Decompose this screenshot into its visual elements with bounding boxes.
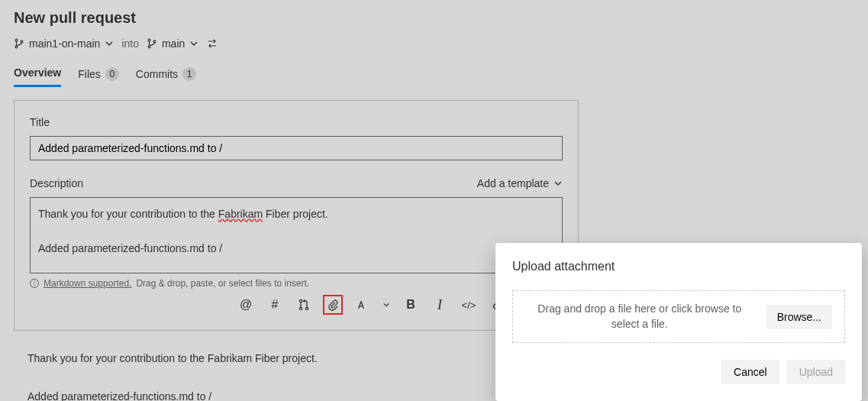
branch-icon (147, 38, 157, 49)
upload-modal: Upload attachment Drag and drop a file h… (495, 243, 862, 401)
svg-point-7 (299, 307, 302, 309)
svg-point-3 (148, 39, 150, 41)
md-toolbar: @ # B I </> (30, 295, 563, 315)
hash-button[interactable]: # (265, 295, 285, 315)
paperclip-icon (328, 299, 339, 311)
target-branch-name: main (162, 37, 185, 50)
preview-line2: Added parameterized-functions.md to / (27, 387, 565, 401)
branch-row: main1-on-main into main (14, 37, 854, 50)
tab-overview-label: Overview (14, 66, 61, 79)
title-input[interactable] (30, 136, 563, 160)
modal-title: Upload attachment (512, 260, 845, 273)
svg-point-8 (305, 307, 308, 309)
format-menu-button[interactable] (381, 295, 392, 315)
source-branch-selector[interactable]: main1-on-main (14, 37, 114, 50)
preview-line1: Thank you for your contribution to the F… (27, 349, 565, 368)
dropzone[interactable]: Drag and drop a file here or click brows… (512, 290, 845, 343)
title-label: Title (30, 116, 563, 128)
pr-icon (298, 299, 310, 311)
mention-button[interactable]: @ (236, 295, 256, 315)
tab-overview[interactable]: Overview (14, 63, 61, 87)
browse-button[interactable]: Browse... (766, 305, 832, 329)
description-line1-pre: Thank you for your contribution to the (38, 208, 218, 220)
code-button[interactable]: </> (459, 295, 479, 315)
branch-icon (14, 38, 24, 49)
chevron-down-icon (382, 301, 390, 309)
tab-commits-count: 1 (182, 67, 196, 81)
page-title: New pull request (14, 9, 854, 27)
modal-actions: Cancel Upload (512, 360, 845, 384)
description-line1-wavy: Fabrikam (218, 208, 263, 220)
add-template-button[interactable]: Add a template (477, 177, 563, 189)
svg-point-2 (21, 40, 23, 43)
pr-link-button[interactable] (294, 295, 314, 315)
swap-branches-button[interactable] (206, 37, 218, 50)
description-label: Description (30, 177, 83, 189)
chevron-down-icon (553, 179, 563, 188)
tab-commits-label: Commits (136, 68, 178, 80)
tab-files[interactable]: Files 0 (78, 63, 119, 87)
cancel-button[interactable]: Cancel (721, 360, 779, 384)
format-button[interactable] (352, 295, 372, 315)
helper-text: Drag & drop, paste, or select files to i… (136, 278, 309, 289)
source-branch-name: main1-on-main (29, 37, 100, 50)
svg-point-0 (15, 39, 18, 41)
pr-form-card: Title Description Add a template Thank y… (14, 100, 579, 331)
bold-button[interactable]: B (401, 295, 421, 315)
into-label: into (121, 37, 139, 50)
svg-point-5 (153, 40, 156, 43)
italic-button[interactable]: I (430, 295, 450, 315)
target-branch-selector[interactable]: main (147, 37, 198, 50)
preview: Thank you for your contribution to the F… (14, 331, 579, 401)
svg-point-4 (148, 46, 150, 48)
info-icon: i (30, 279, 39, 288)
tab-files-count: 0 (105, 67, 119, 81)
helper-row: i Markdown supported. Drag & drop, paste… (30, 278, 563, 289)
dropzone-text: Drag and drop a file here or click brows… (525, 302, 754, 331)
svg-point-1 (15, 46, 18, 48)
upload-button[interactable]: Upload (787, 360, 845, 384)
description-line1-post: Fiber project. (263, 208, 328, 220)
markdown-link[interactable]: Markdown supported. (44, 278, 131, 289)
svg-point-6 (299, 299, 302, 302)
tab-files-label: Files (78, 68, 101, 80)
description-textarea[interactable]: Thank you for your contribution to the F… (30, 197, 563, 273)
description-line2: Added parameterized-functions.md to / (38, 242, 222, 254)
add-template-label: Add a template (477, 177, 549, 189)
attach-button[interactable] (323, 295, 343, 315)
chevron-down-icon (189, 39, 198, 48)
chevron-down-icon (105, 39, 114, 48)
tab-commits[interactable]: Commits 1 (136, 63, 196, 87)
tabs: Overview Files 0 Commits 1 (14, 63, 854, 88)
text-size-icon (356, 299, 368, 311)
